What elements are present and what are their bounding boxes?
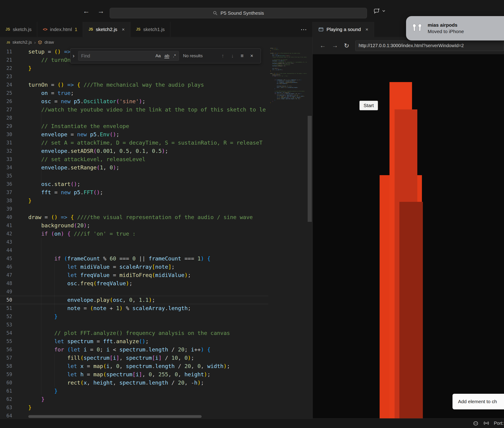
line-number[interactable]: 30 bbox=[0, 130, 15, 139]
code-line-33[interactable]: 33 // set attackLevel, releaseLevel bbox=[0, 155, 268, 164]
port-label[interactable]: Port: bbox=[494, 421, 504, 426]
line-number[interactable]: 21 bbox=[0, 56, 15, 64]
code-line-61[interactable]: 61 } bbox=[0, 387, 268, 395]
line-number[interactable]: 47 bbox=[0, 271, 15, 279]
line-number[interactable]: 55 bbox=[0, 337, 15, 346]
code-line-58[interactable]: 58 let x = map(i, 0, spectrum.length / 2… bbox=[0, 362, 268, 370]
code-line-29[interactable]: 29 // Instantiate the envelope bbox=[0, 122, 268, 130]
code-line-45[interactable]: 45 if (frameCount % 60 === 0 || frameCou… bbox=[0, 255, 268, 263]
line-number[interactable]: 48 bbox=[0, 279, 15, 288]
line-number[interactable]: 25 bbox=[0, 89, 15, 97]
line-number[interactable]: 38 bbox=[0, 197, 15, 205]
code-line-27[interactable]: 27 //watch the youtube video in the link… bbox=[0, 106, 268, 114]
tab-sketch2.js[interactable]: JSsketch2.js× bbox=[83, 22, 130, 37]
line-number[interactable]: 49 bbox=[0, 288, 15, 296]
line-number[interactable]: 34 bbox=[0, 164, 15, 172]
code-line-53[interactable]: 53 bbox=[0, 321, 268, 329]
line-number[interactable]: 63 bbox=[0, 403, 15, 412]
browser-back-button[interactable]: ← bbox=[320, 42, 326, 49]
whole-word-toggle[interactable]: ab bbox=[164, 54, 169, 58]
match-case-toggle[interactable]: Aa bbox=[156, 53, 161, 58]
line-number[interactable]: 44 bbox=[0, 246, 15, 255]
line-number[interactable]: 31 bbox=[0, 139, 15, 147]
ports-broadcast-icon[interactable] bbox=[483, 420, 489, 426]
code-line-23[interactable]: 23 bbox=[0, 72, 268, 81]
breadcrumb-symbol[interactable]: draw bbox=[44, 40, 54, 45]
code-line-52[interactable]: 52 } bbox=[0, 312, 268, 321]
line-number[interactable]: 32 bbox=[0, 147, 15, 155]
line-number[interactable]: 27 bbox=[0, 106, 15, 114]
history-back-button[interactable]: ← bbox=[83, 7, 90, 15]
more-actions-button[interactable]: ⋯ bbox=[296, 22, 311, 37]
line-number[interactable]: 29 bbox=[0, 122, 15, 130]
line-number[interactable]: 57 bbox=[0, 354, 15, 362]
find-collapse-toggle[interactable]: › bbox=[70, 49, 77, 63]
code-line-44[interactable]: 44 bbox=[0, 246, 268, 255]
code-line-39[interactable]: 39 bbox=[0, 205, 268, 213]
line-number[interactable]: 64 bbox=[0, 412, 15, 418]
code-line-24[interactable]: 24turnOn = () => { ///The mechanical way… bbox=[0, 81, 268, 89]
line-number[interactable]: 33 bbox=[0, 155, 15, 164]
command-center-search[interactable]: P5 Sound Synthesis bbox=[110, 8, 367, 18]
start-button[interactable]: Start bbox=[359, 101, 378, 110]
code-line-60[interactable]: 60 rect(x, height, spectrum.length / 20,… bbox=[0, 379, 268, 387]
find-input[interactable]: Find Aa ab .* bbox=[78, 51, 179, 61]
code-line-26[interactable]: 26 osc = new p5.Oscillator('sine'); bbox=[0, 97, 268, 106]
line-number[interactable]: 62 bbox=[0, 395, 15, 403]
code-line-57[interactable]: 57 fill(spectrum[i], spectrum[i] / 10, 0… bbox=[0, 354, 268, 362]
code-line-43[interactable]: 43 bbox=[0, 238, 268, 246]
line-number[interactable]: 61 bbox=[0, 387, 15, 395]
code-line-38[interactable]: 38} bbox=[0, 197, 268, 205]
code-line-62[interactable]: 62 } bbox=[0, 395, 268, 403]
code-line-51[interactable]: 51 note = (note + 1) % scaleArray.length… bbox=[0, 304, 268, 312]
copilot-icon[interactable] bbox=[473, 420, 479, 426]
line-number[interactable]: 28 bbox=[0, 114, 15, 122]
tab-sketch.js[interactable]: JSsketch.js bbox=[0, 22, 37, 37]
code-line-47[interactable]: 47 let freqValue = midiToFreq(midiValue)… bbox=[0, 271, 268, 279]
line-number[interactable]: 53 bbox=[0, 321, 15, 329]
code-line-42[interactable]: 42 if (on) { ///if 'on' = true : bbox=[0, 230, 268, 238]
code-line-54[interactable]: 54 // plot FFT.analyze() frequency analy… bbox=[0, 329, 268, 337]
code-editor[interactable]: 11setup = () =>21 // turnOn();22}2324tur… bbox=[0, 48, 313, 418]
line-number[interactable]: 52 bbox=[0, 312, 15, 321]
line-number[interactable]: 54 bbox=[0, 329, 15, 337]
notification-banner[interactable]: mias airpods Moved to iPhone bbox=[406, 16, 504, 41]
line-number[interactable]: 22 bbox=[0, 64, 15, 72]
code-line-63[interactable]: 63} bbox=[0, 403, 268, 412]
line-number[interactable]: 45 bbox=[0, 255, 15, 263]
code-line-31[interactable]: 31 // set A = attackTime, D = decayTime,… bbox=[0, 139, 268, 147]
minimap[interactable]: 11setup = () =>21 // turnOn();22}2324tur… bbox=[268, 48, 307, 418]
line-number[interactable]: 43 bbox=[0, 238, 15, 246]
tab-playing-a-sound[interactable]: Playing a sound × bbox=[313, 22, 374, 37]
code-line-59[interactable]: 59 let h = map(spectrum[i], 0, 255, 0, h… bbox=[0, 370, 268, 379]
line-number[interactable]: 51 bbox=[0, 304, 15, 312]
code-line-35[interactable]: 35 bbox=[0, 172, 268, 180]
code-line-32[interactable]: 32 envelope.setADSR(0.001, 0.5, 0.1, 0.5… bbox=[0, 147, 268, 155]
line-number[interactable]: 59 bbox=[0, 370, 15, 379]
code-line-34[interactable]: 34 envelope.setRange(1, 0); bbox=[0, 164, 268, 172]
code-line-25[interactable]: 25 on = true; bbox=[0, 89, 268, 97]
line-number[interactable]: 40 bbox=[0, 213, 15, 221]
line-number[interactable]: 39 bbox=[0, 205, 15, 213]
code-line-28[interactable]: 28 bbox=[0, 114, 268, 122]
line-number[interactable]: 11 bbox=[0, 48, 15, 56]
close-tab-icon[interactable]: × bbox=[365, 27, 368, 32]
history-forward-button[interactable]: → bbox=[98, 7, 104, 15]
tab-sketch1.js[interactable]: JSsketch1.js bbox=[130, 22, 170, 37]
previous-match-button[interactable]: ↑ bbox=[218, 53, 228, 59]
find-in-selection-button[interactable]: ≡ bbox=[237, 53, 247, 59]
code-line-37[interactable]: 37 fft = new p5.FFT(); bbox=[0, 188, 268, 197]
next-match-button[interactable]: ↓ bbox=[228, 53, 237, 59]
line-number[interactable]: 36 bbox=[0, 180, 15, 188]
code-line-22[interactable]: 22} bbox=[0, 64, 268, 72]
line-number[interactable]: 42 bbox=[0, 230, 15, 238]
code-line-56[interactable]: 56 for (let i = 0; i < spectrum.length /… bbox=[0, 346, 268, 354]
url-input[interactable]: http://127.0.0.1:3000/index.html?serverW… bbox=[355, 41, 504, 51]
line-number[interactable]: 35 bbox=[0, 172, 15, 180]
code-line-30[interactable]: 30 envelope = new p5.Env(); bbox=[0, 130, 268, 139]
add-element-to-chat-button[interactable]: Add element to ch bbox=[453, 394, 504, 409]
line-number[interactable]: 58 bbox=[0, 362, 15, 370]
copilot-chat-button[interactable] bbox=[373, 0, 385, 22]
code-line-49[interactable]: 49 bbox=[0, 288, 268, 296]
code-line-36[interactable]: 36 osc.start(); bbox=[0, 180, 268, 188]
